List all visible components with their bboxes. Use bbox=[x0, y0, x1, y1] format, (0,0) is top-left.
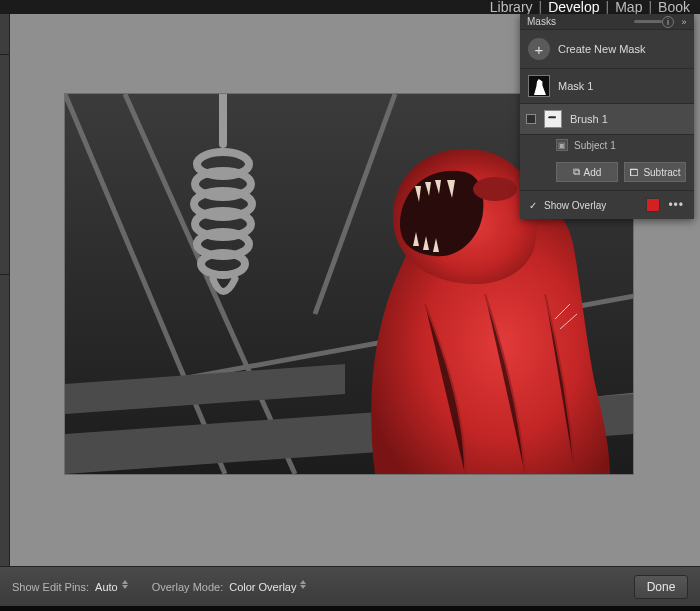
subtract-mask-button[interactable]: ⧠ Subtract bbox=[624, 162, 686, 182]
overlay-mode-label: Overlay Mode: bbox=[152, 581, 224, 593]
toolbar: Show Edit Pins: Auto Overlay Mode: Color… bbox=[0, 566, 700, 606]
mask-item[interactable]: Mask 1 bbox=[520, 69, 694, 104]
brush-item[interactable]: Brush 1 bbox=[520, 104, 694, 135]
tab-map[interactable]: Map bbox=[609, 0, 648, 14]
subject-item[interactable]: ▣ Subject 1 bbox=[520, 135, 694, 157]
tab-develop[interactable]: Develop bbox=[542, 0, 605, 14]
masks-panel: Masks i » + Create New Mask Mask 1 Brush… bbox=[520, 14, 694, 219]
add-label: Add bbox=[584, 167, 602, 178]
subject-icon: ▣ bbox=[556, 139, 568, 151]
subtract-icon: ⧠ bbox=[629, 167, 639, 178]
mask-label: Mask 1 bbox=[558, 80, 593, 92]
create-new-mask-button[interactable]: + Create New Mask bbox=[520, 30, 694, 69]
add-mask-button[interactable]: ⧉ Add bbox=[556, 162, 618, 182]
tab-book[interactable]: Book bbox=[652, 0, 696, 14]
dropdown-caret-icon bbox=[300, 585, 306, 589]
masks-panel-title: Masks bbox=[524, 16, 634, 27]
brush-label: Brush 1 bbox=[570, 113, 608, 125]
subject-label: Subject 1 bbox=[574, 140, 616, 151]
done-label: Done bbox=[647, 580, 676, 594]
overlay-mode-group: Overlay Mode: Color Overlay bbox=[152, 581, 307, 593]
edit-pins-value: Auto bbox=[95, 581, 118, 593]
module-tabs: Library | Develop | Map | Book bbox=[0, 0, 700, 14]
show-overlay-label: Show Overlay bbox=[544, 200, 640, 211]
window-frame-bottom bbox=[0, 606, 700, 611]
expand-icon[interactable]: » bbox=[678, 16, 690, 28]
show-overlay-checkbox[interactable]: ✓ bbox=[528, 200, 538, 210]
subtract-label: Subtract bbox=[643, 167, 680, 178]
dropdown-caret-icon bbox=[122, 585, 128, 589]
plus-icon: + bbox=[528, 38, 550, 60]
mask-thumbnail-icon bbox=[528, 75, 550, 97]
overlay-color-swatch[interactable] bbox=[646, 198, 660, 212]
overlay-mode-dropdown[interactable]: Color Overlay bbox=[229, 581, 306, 593]
tab-library[interactable]: Library bbox=[484, 0, 539, 14]
brush-thumbnail-icon bbox=[544, 110, 562, 128]
create-new-mask-label: Create New Mask bbox=[558, 43, 645, 55]
done-button[interactable]: Done bbox=[634, 575, 688, 599]
drag-handle-icon[interactable] bbox=[634, 20, 662, 23]
edit-pins-group: Show Edit Pins: Auto bbox=[12, 581, 128, 593]
left-panel-sliver[interactable] bbox=[0, 14, 10, 566]
overlay-mode-value: Color Overlay bbox=[229, 581, 296, 593]
mask-action-buttons: ⧉ Add ⧠ Subtract bbox=[520, 157, 694, 190]
edit-pins-dropdown[interactable]: Auto bbox=[95, 581, 128, 593]
add-icon: ⧉ bbox=[573, 166, 580, 178]
masks-panel-header[interactable]: Masks i » bbox=[520, 14, 694, 30]
edit-pins-label: Show Edit Pins: bbox=[12, 581, 89, 593]
svg-point-22 bbox=[473, 177, 517, 201]
visibility-toggle-icon[interactable] bbox=[526, 114, 536, 124]
more-options-icon[interactable]: ••• bbox=[666, 198, 686, 212]
show-overlay-row: ✓ Show Overlay ••• bbox=[520, 190, 694, 219]
info-icon[interactable]: i bbox=[662, 16, 674, 28]
